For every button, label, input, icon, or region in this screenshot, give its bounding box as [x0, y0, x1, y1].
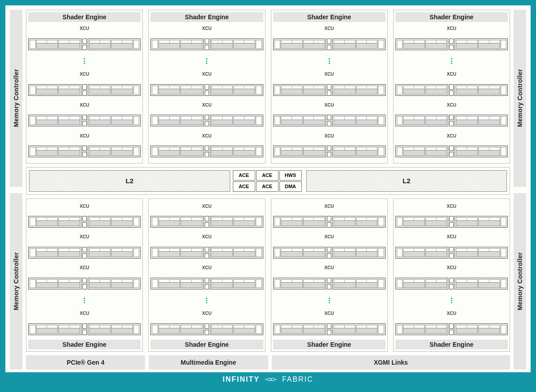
xcu-stack: XCU XCU XCU XCU: [273, 23, 386, 161]
ellipsis-icon: [28, 297, 141, 304]
xcu-block: [395, 323, 508, 335]
ellipsis-icon: [273, 297, 386, 304]
xcu-label: XCU: [28, 266, 141, 270]
xcu-block: [28, 216, 141, 228]
xcu-label: XCU: [395, 72, 508, 77]
shader-engine: Shader Engine XCU XCU XCU XCU: [393, 10, 510, 164]
xcu-block: [273, 115, 386, 126]
xcu-block: [273, 39, 386, 50]
footer-brand-left: INFINITY: [223, 375, 260, 383]
xcu-label: XCU: [395, 266, 508, 270]
svg-marker-0: [265, 379, 266, 380]
xcu-block: [150, 39, 263, 50]
dma-block: DMA: [279, 181, 302, 192]
xcu-block: [273, 216, 386, 228]
xcu-block: [28, 84, 141, 96]
xcu-stack: XCU XCU XCU XCU: [28, 201, 141, 339]
xcu-stack: XCU XCU XCU XCU: [395, 23, 508, 161]
xcu-label: XCU: [273, 103, 386, 108]
xcu-block: [395, 146, 508, 157]
shader-engine: Shader Engine XCU XCU XCU XCU: [148, 10, 265, 164]
xcu-label: XCU: [28, 204, 141, 209]
xcu-block: [150, 278, 263, 289]
xcu-label: XCU: [150, 235, 263, 239]
ace-block: ACE: [233, 181, 255, 192]
xcu-block: [150, 247, 263, 258]
memory-controller-label: Memory Controller: [13, 252, 20, 310]
io-row: PCIe® Gen 4 Multimedia Engine XGMI Links: [26, 355, 510, 370]
compute-area: Shader Engine XCU XCU: [26, 10, 510, 370]
shader-engine-title: Shader Engine: [150, 12, 263, 22]
xcu-stack: XCU XCU XCU XCU: [395, 201, 508, 339]
shader-engine: XCU XCU XCU XCU Shader Engine: [393, 198, 510, 352]
ellipsis-icon: [273, 57, 386, 65]
xcu-label: XCU: [28, 311, 141, 316]
xcu-label: XCU: [395, 26, 508, 31]
xcu-label: XCU: [395, 134, 508, 138]
shader-engine-row-top: Shader Engine XCU XCU: [26, 10, 510, 164]
shader-engine-title: Shader Engine: [150, 340, 263, 349]
shader-engine-title: Shader Engine: [28, 12, 141, 22]
xcu-block: [28, 278, 141, 289]
memory-controller-column-right: Memory Controller Memory Controller: [514, 10, 526, 370]
xcu-block: [273, 247, 386, 258]
xcu-label: XCU: [150, 72, 263, 77]
xcu-label: XCU: [273, 204, 386, 209]
l2-cache: L2: [306, 170, 507, 192]
xcu-block: [273, 278, 386, 289]
l2-cache: L2: [29, 170, 230, 192]
shader-engine: XCU XCU XCU XCU Shader Engine: [271, 198, 388, 352]
shader-engine: Shader Engine XCU XCU XCU XCU: [271, 10, 388, 164]
xcu-label: XCU: [150, 204, 263, 209]
main-layout: Memory Controller Memory Controller Shad…: [5, 5, 531, 372]
xcu-label: XCU: [28, 26, 141, 31]
xcu-label: XCU: [150, 311, 263, 316]
l2-command-strip: L2 ACE ACE HWS ACE ACE DMA L2: [26, 167, 510, 195]
xcu-label: XCU: [150, 134, 263, 138]
xcu-block: [395, 115, 508, 126]
infinity-fabric-frame: Memory Controller Memory Controller Shad…: [0, 0, 536, 392]
ellipsis-icon: [150, 57, 263, 65]
xcu-label: XCU: [273, 235, 386, 239]
xcu-block: [395, 39, 508, 50]
die-area: Memory Controller Memory Controller Shad…: [5, 5, 531, 387]
xcu-block: [150, 84, 263, 96]
xcu-block: [395, 216, 508, 228]
multimedia-engine-block: Multimedia Engine: [149, 355, 268, 370]
xcu-block: [273, 323, 386, 335]
xcu-label: XCU: [273, 26, 386, 31]
xcu-label: XCU: [150, 26, 263, 31]
xcu-block: [150, 146, 263, 157]
ellipsis-icon: [395, 297, 508, 304]
svg-marker-1: [275, 379, 277, 380]
ellipsis-icon: [150, 297, 263, 304]
shader-engine-row-bottom: XCU XCU XCU XCU Shader Engine: [26, 198, 510, 352]
xcu-stack: XCU XCU XCU XCU: [273, 201, 386, 339]
ace-block: ACE: [233, 170, 255, 181]
xcu-block: [273, 84, 386, 96]
footer-brand-right: FABRIC: [282, 375, 313, 383]
memory-controller: Memory Controller: [10, 10, 22, 187]
shader-engine: Shader Engine XCU XCU: [26, 10, 143, 164]
memory-controller: Memory Controller: [514, 193, 526, 370]
xcu-stack: XCU XCU XCU XCU: [150, 23, 263, 161]
ellipsis-icon: [28, 57, 141, 65]
memory-controller-label: Memory Controller: [516, 252, 523, 310]
ace-block: ACE: [256, 181, 279, 192]
xcu-block: [28, 146, 141, 157]
xcu-label: XCU: [28, 72, 141, 77]
xgmi-links-block: XGMI Links: [272, 355, 510, 370]
xcu-label: XCU: [273, 311, 386, 316]
xcu-label: XCU: [395, 204, 508, 209]
xcu-block: [273, 146, 386, 157]
xcu-label: XCU: [28, 235, 141, 239]
xcu-label: XCU: [273, 134, 386, 138]
command-processors: ACE ACE HWS ACE ACE DMA: [233, 170, 304, 192]
ellipsis-icon: [395, 57, 508, 65]
memory-controller-label: Memory Controller: [13, 69, 20, 127]
xcu-label: XCU: [395, 235, 508, 239]
xcu-block: [150, 216, 263, 228]
shader-engine: XCU XCU XCU XCU Shader Engine: [148, 198, 265, 352]
xcu-label: XCU: [395, 103, 508, 108]
shader-engine-title: Shader Engine: [273, 12, 386, 22]
